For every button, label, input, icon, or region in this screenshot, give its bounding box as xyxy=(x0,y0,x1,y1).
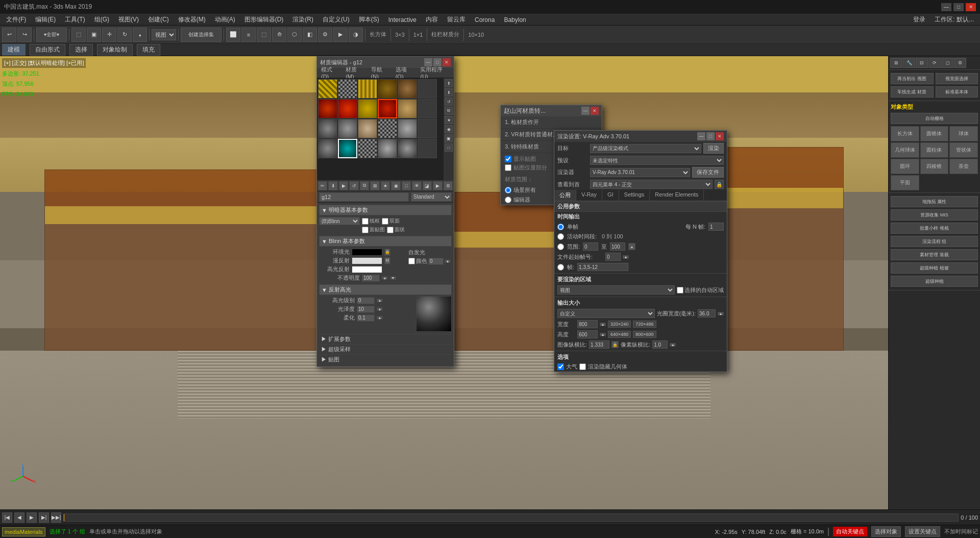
tab-freeform[interactable]: 自由形式 xyxy=(30,44,65,56)
vray-view-select[interactable]: 四元菜单 4 - 正交 xyxy=(590,180,713,189)
vray-renderer-select[interactable]: V-Ray Adv 3.70.01 xyxy=(590,168,690,177)
range-all-input[interactable] xyxy=(505,187,511,193)
vray-close[interactable]: ✕ xyxy=(716,132,724,140)
diffuse-chain[interactable]: ⛓ xyxy=(384,257,390,264)
soften-spin[interactable]: ▲ xyxy=(377,316,383,320)
rp-display-btn[interactable]: ◻ xyxy=(941,58,953,68)
rp-mat-mgr[interactable]: 素材管理 装载 xyxy=(891,249,978,260)
vray-tab-settings[interactable]: Settings xyxy=(619,190,650,201)
mat-sb-cylinder[interactable]: ▣ xyxy=(445,134,453,142)
mat-sb-get[interactable]: ⬆ xyxy=(445,79,453,87)
obj-tube[interactable]: 管状体 xyxy=(949,142,978,158)
vray-range-radio[interactable] xyxy=(557,243,564,250)
vray-min[interactable]: — xyxy=(697,132,705,140)
vray-save-btn[interactable]: 保存文件 xyxy=(692,167,724,178)
range-from-input[interactable] xyxy=(583,242,598,251)
height-spin[interactable]: ▲ xyxy=(600,333,606,336)
mat-dialog2-min[interactable]: — xyxy=(581,107,590,115)
rp-batch[interactable]: 批量小样 堆栈 xyxy=(891,223,978,234)
tb-render-setup[interactable]: ⚙ xyxy=(318,28,332,42)
obj-plane[interactable]: 平面 xyxy=(891,175,919,190)
pixel-ratio-input[interactable] xyxy=(589,340,609,349)
auto-region-check[interactable] xyxy=(677,287,683,294)
vray-frame-radio[interactable] xyxy=(557,264,564,271)
expand-extended[interactable]: ▶ 扩展参数 xyxy=(319,334,452,344)
mat-slot-17[interactable] xyxy=(418,119,437,138)
vray-max[interactable]: □ xyxy=(706,132,715,140)
close-button[interactable]: ✕ xyxy=(966,3,976,11)
mat-type-select[interactable]: Standard xyxy=(411,192,452,202)
mat-editor-close[interactable]: ✕ xyxy=(443,58,451,66)
mat-sb-unique[interactable]: ★ xyxy=(445,116,453,124)
obj-cylinder[interactable]: 圆柱体 xyxy=(920,142,949,158)
rp-standard-basic[interactable]: 标准基本体 xyxy=(936,86,978,97)
tb-select-filter[interactable]: ▾全部▾ xyxy=(36,28,67,42)
dlg2-item-0[interactable]: 1. 检材质作开 xyxy=(501,116,602,129)
tl-play[interactable]: ▶ xyxy=(27,512,37,523)
mat-menu-nav[interactable]: 导航(N) xyxy=(368,68,393,78)
mat-slot-6[interactable] xyxy=(318,99,337,118)
preset-640x480[interactable]: 640×480 xyxy=(608,331,631,338)
color-check[interactable] xyxy=(408,258,415,264)
preset-800x600[interactable]: 800×600 xyxy=(633,331,656,338)
rp-motion-btn[interactable]: ⟳ xyxy=(928,58,941,68)
menu-modifier[interactable]: 修改器(M) xyxy=(174,14,210,25)
specular-color[interactable] xyxy=(352,266,382,273)
obj-teapot[interactable]: 茶壶 xyxy=(949,159,978,174)
range-to-input[interactable] xyxy=(610,242,625,251)
mat-tb-show[interactable]: 👁 xyxy=(412,181,421,190)
tb-scale[interactable]: ⬧ xyxy=(133,28,147,42)
tl-last-frame[interactable]: ▶▶| xyxy=(51,512,61,523)
vray-single-radio[interactable] xyxy=(557,224,564,230)
mat-slot-22[interactable] xyxy=(398,139,417,158)
mat-sb-copy[interactable]: ⧉ xyxy=(445,107,453,115)
mat-slot-10[interactable] xyxy=(398,99,417,118)
mat-slot-12[interactable] xyxy=(318,119,337,138)
mat-tb-unique[interactable]: ★ xyxy=(381,181,390,190)
vray-lock-btn[interactable]: 🔒 xyxy=(715,180,724,189)
mat-tb-video[interactable]: ▶ xyxy=(433,181,442,190)
mat-slot-9[interactable] xyxy=(378,99,397,118)
atmosphere-check[interactable] xyxy=(557,363,564,370)
color-value[interactable] xyxy=(428,258,444,265)
mat-tb-pick[interactable]: ✏ xyxy=(318,181,327,190)
rp-hierarchy-btn[interactable]: ⊟ xyxy=(916,58,928,68)
pixel-ratio2-input[interactable] xyxy=(652,340,668,349)
mat-tb-params[interactable]: ⚙ xyxy=(444,181,453,190)
menu-interactive[interactable]: Interactive xyxy=(384,15,421,25)
obj-box[interactable]: 长方体 xyxy=(891,126,919,141)
set-key-btn[interactable]: 设置关键点 xyxy=(905,526,940,537)
partial-bitmap-check[interactable] xyxy=(505,164,511,171)
vray-tab-vray[interactable]: V-Ray xyxy=(576,190,602,201)
expand-supersampling[interactable]: ▶ 超级采样 xyxy=(319,344,452,354)
mat-slot-7[interactable] xyxy=(338,99,357,118)
rp-super-plant2[interactable]: 超级种植 xyxy=(891,276,978,287)
mat-menu-utils[interactable]: 实用程序(U) xyxy=(417,68,453,78)
mat-menu-options[interactable]: 选项(O) xyxy=(393,68,418,78)
mat-name-input[interactable] xyxy=(319,192,409,202)
tb-mat-editor[interactable]: ◧ xyxy=(303,28,317,42)
blinn-basic-title[interactable]: ▼ Blinn 基本参数 xyxy=(319,236,452,247)
mat-slot-11[interactable] xyxy=(418,99,437,118)
obj-torus[interactable]: 圆环 xyxy=(891,159,919,174)
mat-slot-19[interactable] xyxy=(338,139,357,158)
double-sided-check[interactable] xyxy=(382,218,388,225)
timeline-track[interactable] xyxy=(63,513,959,522)
coordinate-system[interactable]: 视图 xyxy=(152,29,176,40)
tab-selection[interactable]: 选择 xyxy=(69,44,93,56)
tb-select-region[interactable]: ▣ xyxy=(87,28,101,42)
vray-tab-common[interactable]: 公用 xyxy=(554,190,576,201)
obj-sphere[interactable]: 球体 xyxy=(949,126,978,141)
tb-curve-editor[interactable]: ⟰ xyxy=(272,28,286,42)
mat-slot-14[interactable] xyxy=(358,119,377,138)
mat-dialog2-close[interactable]: ✕ xyxy=(591,107,599,115)
width-spin[interactable]: ▲ xyxy=(600,323,606,326)
mat-slot-1[interactable] xyxy=(338,79,357,99)
tb-rotate[interactable]: ↻ xyxy=(117,28,132,42)
height-input[interactable] xyxy=(577,330,598,338)
aperture-input[interactable] xyxy=(698,309,716,317)
rp-terrain[interactable]: 地拖拓 属性 xyxy=(891,196,978,207)
mat-tb-put[interactable]: ⬇ xyxy=(328,181,337,190)
opacity-spin-down[interactable]: ▼ xyxy=(390,276,396,280)
tb-move[interactable]: ✛ xyxy=(102,28,116,42)
